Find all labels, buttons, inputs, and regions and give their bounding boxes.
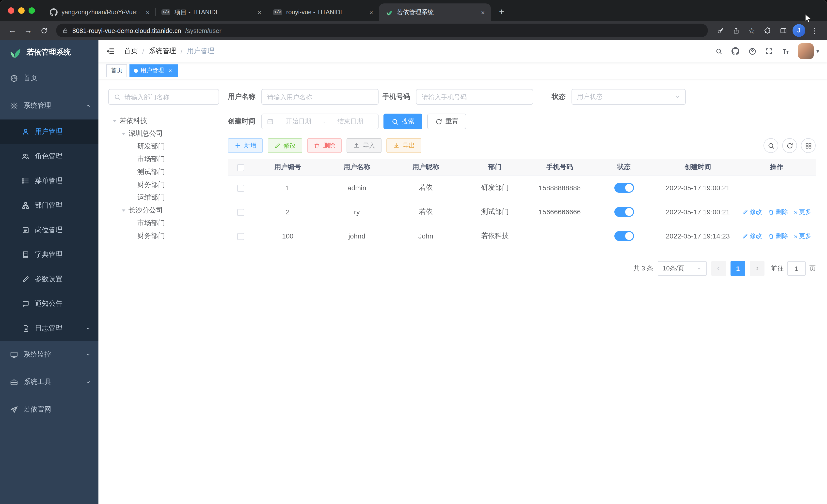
- treetable-icon: [22, 177, 30, 185]
- share-icon[interactable]: [729, 23, 743, 38]
- tab-close-icon[interactable]: ×: [479, 8, 487, 16]
- breadcrumb-system[interactable]: 系统管理: [149, 47, 176, 56]
- password-key-icon[interactable]: [713, 23, 728, 38]
- browser-tab-3[interactable]: </>rouyi-vue - TITANIDE×: [267, 3, 379, 21]
- sidebar-item[interactable]: 系统工具: [0, 368, 98, 396]
- sidebar-item[interactable]: 部门管理: [0, 193, 98, 218]
- current-page-button[interactable]: 1: [731, 261, 745, 276]
- goto-page-input[interactable]: [787, 261, 806, 276]
- font-size-icon[interactable]: [778, 40, 794, 62]
- minimize-window-button[interactable]: [18, 7, 25, 14]
- docs-question-icon[interactable]: [744, 40, 761, 62]
- sidebar-item[interactable]: 用户管理: [0, 119, 98, 144]
- sidebar-item[interactable]: 首页: [0, 64, 98, 92]
- phone-input[interactable]: [416, 89, 533, 105]
- edit-icon: [22, 275, 30, 283]
- view-tag[interactable]: 用户管理×: [130, 64, 178, 77]
- add-button[interactable]: 新增: [228, 138, 263, 153]
- row-edit-link[interactable]: 修改: [742, 208, 762, 216]
- github-icon[interactable]: [727, 40, 744, 62]
- add-label: 新增: [244, 142, 256, 150]
- tree-node[interactable]: 研发部门: [108, 140, 219, 153]
- tab-close-icon[interactable]: ×: [255, 8, 263, 16]
- sidebar-item[interactable]: 通知公告: [0, 292, 98, 316]
- status-toggle[interactable]: [614, 231, 634, 241]
- reload-button[interactable]: [37, 23, 51, 38]
- date-range-picker[interactable]: 开始日期 - 结束日期: [261, 114, 379, 129]
- side-panel-icon[interactable]: [776, 23, 790, 38]
- breadcrumb-home[interactable]: 首页: [124, 47, 138, 56]
- address-bar[interactable]: 8081-rouyi-vue-demo.cloud.titanide.cn/sy…: [56, 23, 708, 37]
- reset-button[interactable]: 重置: [427, 114, 466, 129]
- browser-menu-kebab-icon[interactable]: ⋮: [807, 23, 822, 38]
- view-tag[interactable]: 首页: [106, 64, 127, 77]
- app-logo[interactable]: 若依管理系统: [0, 40, 98, 64]
- dept-search-input[interactable]: [125, 93, 214, 101]
- tab-close-icon[interactable]: ×: [144, 8, 152, 16]
- tree-node[interactable]: 若依科技: [108, 115, 219, 127]
- extensions-icon[interactable]: [760, 23, 775, 38]
- columns-toggle-button[interactable]: [801, 138, 816, 153]
- modify-button[interactable]: 修改: [268, 138, 302, 153]
- delete-button[interactable]: 删除: [307, 138, 342, 153]
- sidebar-item[interactable]: 角色管理: [0, 144, 98, 169]
- browser-profile-avatar[interactable]: J: [792, 24, 805, 37]
- row-checkbox[interactable]: [237, 209, 244, 216]
- status-toggle[interactable]: [614, 183, 634, 193]
- row-delete-link[interactable]: 删除: [768, 208, 788, 216]
- refresh-table-button[interactable]: [782, 138, 797, 153]
- status-toggle[interactable]: [614, 207, 634, 217]
- tab-close-icon[interactable]: ×: [367, 8, 375, 16]
- sidebar-item[interactable]: 菜单管理: [0, 169, 98, 193]
- export-button[interactable]: 导出: [386, 138, 421, 153]
- row-checkbox[interactable]: [237, 185, 244, 192]
- header-search-icon[interactable]: [711, 40, 727, 62]
- browser-tab-1[interactable]: yangzongzhuan/RuoYi-Vue: (R×: [44, 3, 155, 21]
- tree-node[interactable]: 测试部门: [108, 166, 219, 178]
- sidebar-item[interactable]: 岗位管理: [0, 218, 98, 242]
- browser-tab-2[interactable]: </>项目 - TITANIDE×: [155, 3, 267, 21]
- tree-node[interactable]: 市场部门: [108, 153, 219, 166]
- tree-node[interactable]: 市场部门: [108, 217, 219, 230]
- row-checkbox[interactable]: [237, 233, 244, 240]
- sidebar-item[interactable]: 系统监控: [0, 341, 98, 368]
- page-size-select[interactable]: 10条/页: [658, 261, 707, 276]
- tree-node[interactable]: 运维部门: [108, 191, 219, 204]
- row-delete-link[interactable]: 删除: [768, 232, 788, 240]
- row-more-link[interactable]: »更多: [794, 232, 811, 240]
- toggle-search-button[interactable]: [764, 138, 778, 153]
- filter-row-1: 用户名称 手机号码 状态 用户状态: [228, 89, 816, 105]
- sidebar-item[interactable]: 系统管理: [0, 92, 98, 119]
- row-edit-link[interactable]: 修改: [742, 232, 762, 240]
- close-window-button[interactable]: [8, 7, 14, 14]
- tag-close-icon[interactable]: ×: [167, 67, 174, 74]
- fullscreen-icon[interactable]: [761, 40, 778, 62]
- avatar-caret-icon[interactable]: ▾: [816, 48, 819, 54]
- tree-node[interactable]: 财务部门: [108, 178, 219, 191]
- search-button[interactable]: 搜索: [384, 114, 422, 129]
- bookmark-star-icon[interactable]: ☆: [744, 23, 759, 38]
- new-tab-button[interactable]: +: [495, 5, 508, 19]
- next-page-button[interactable]: [750, 261, 765, 276]
- tree-node[interactable]: 财务部门: [108, 230, 219, 242]
- zoom-window-button[interactable]: [29, 7, 35, 14]
- import-button[interactable]: 导入: [347, 138, 382, 153]
- user-avatar[interactable]: [798, 43, 814, 59]
- select-all-checkbox[interactable]: [237, 164, 244, 171]
- sidebar-item[interactable]: 字典管理: [0, 242, 98, 267]
- tags-view: 首页用户管理×: [98, 62, 827, 79]
- tree-node[interactable]: 深圳总公司: [108, 127, 219, 140]
- sidebar-item[interactable]: 若依官网: [0, 396, 98, 424]
- table-settings: [764, 138, 816, 153]
- status-select[interactable]: 用户状态: [572, 89, 686, 105]
- tree-node[interactable]: 长沙分公司: [108, 204, 219, 217]
- prev-page-button[interactable]: [711, 261, 726, 276]
- sidebar-fold-icon[interactable]: [98, 40, 122, 62]
- username-input[interactable]: [261, 89, 379, 105]
- forward-button[interactable]: →: [21, 23, 36, 38]
- sidebar-item[interactable]: 日志管理: [0, 316, 98, 341]
- browser-tab-4[interactable]: 若依管理系统×: [379, 3, 491, 21]
- sidebar-item[interactable]: 参数设置: [0, 267, 98, 292]
- back-button[interactable]: ←: [5, 23, 20, 38]
- row-more-link[interactable]: »更多: [794, 208, 811, 216]
